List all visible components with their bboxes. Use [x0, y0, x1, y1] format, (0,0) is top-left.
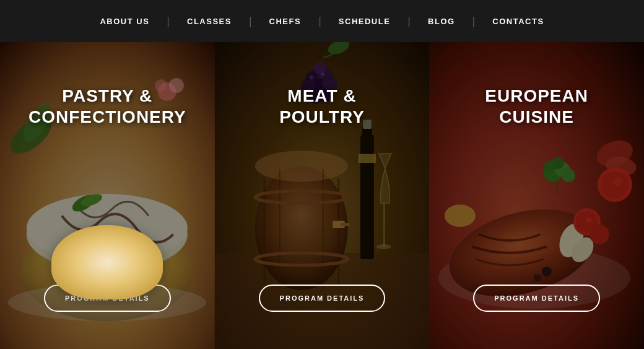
main-navigation: ABOUT US | CLASSES | CHEFS | SCHEDULE | …	[0, 0, 644, 42]
panel-european[interactable]: EUROPEAN CUISINE PROGRAM DETAILS	[429, 42, 644, 349]
nav-item-schedule: SCHEDULE	[321, 17, 408, 26]
nav-item-chefs: CHEFS	[252, 17, 319, 26]
panel-3-program-btn[interactable]: PROGRAM DETAILS	[473, 285, 600, 312]
nav-item-about: ABOUT US	[82, 17, 167, 26]
svg-point-7	[108, 230, 126, 239]
nav-item-contacts: CONTACTS	[475, 17, 561, 26]
panel-2-program-btn[interactable]: PROGRAM DETAILS	[259, 285, 386, 312]
nav-item-blog: BLOG	[411, 17, 472, 26]
panel-3-content: EUROPEAN CUISINE PROGRAM DETAILS	[429, 42, 644, 349]
nav-link-blog[interactable]: BLOG	[411, 17, 472, 26]
nav-link-schedule[interactable]: SCHEDULE	[321, 17, 408, 26]
hero-grid: PASTRY & CONFECTIONERY PROGRAM DETAILS	[0, 42, 644, 349]
svg-point-6	[89, 235, 108, 246]
panel-1-title: PASTRY & CONFECTIONERY	[28, 86, 186, 127]
panel-meat[interactable]: MEAT & POULTRY PROGRAM DETAILS	[215, 42, 430, 349]
nav-link-chefs[interactable]: CHEFS	[252, 17, 319, 26]
panel-pastry[interactable]: PASTRY & CONFECTIONERY PROGRAM DETAILS	[0, 42, 215, 349]
panel-1-content: PASTRY & CONFECTIONERY PROGRAM DETAILS	[0, 42, 215, 349]
nav-item-classes: CLASSES	[170, 17, 249, 26]
panel-2-content: MEAT & POULTRY PROGRAM DETAILS	[215, 42, 430, 349]
nav-link-classes[interactable]: CLASSES	[170, 17, 249, 26]
nav-list: ABOUT US | CLASSES | CHEFS | SCHEDULE | …	[82, 15, 561, 27]
panel-1-program-btn[interactable]: PROGRAM DETAILS	[44, 285, 171, 312]
nav-link-about[interactable]: ABOUT US	[82, 17, 167, 26]
panel-2-title: MEAT & POULTRY	[279, 86, 365, 127]
svg-point-8	[98, 250, 119, 257]
nav-link-contacts[interactable]: CONTACTS	[475, 17, 561, 26]
panel-3-title: EUROPEAN CUISINE	[485, 86, 588, 127]
